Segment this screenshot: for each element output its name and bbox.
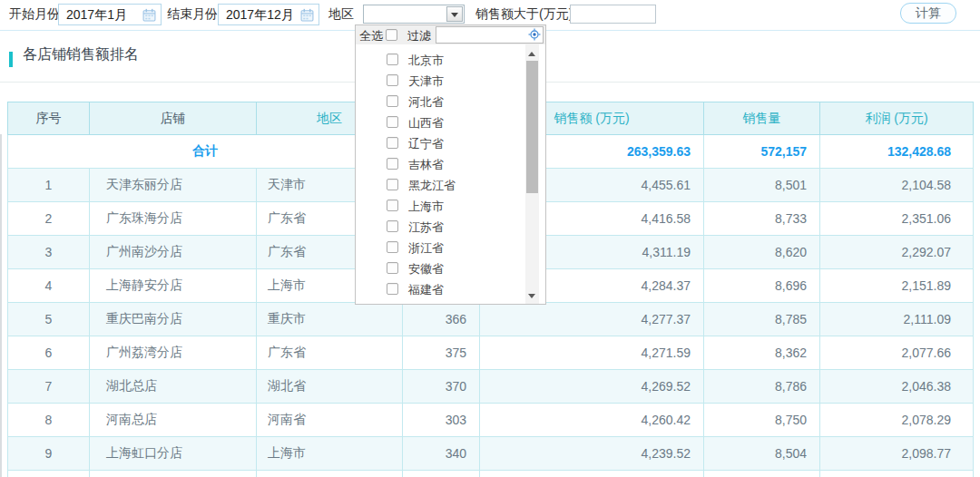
region-option-checkbox[interactable] xyxy=(387,158,398,170)
cell-store: 天津东丽分店 xyxy=(90,169,257,202)
cell-col4: 303 xyxy=(403,404,480,437)
region-option[interactable]: 上海市 xyxy=(356,196,524,217)
cell-store: 河南总店 xyxy=(90,404,257,437)
region-option[interactable]: 福建省 xyxy=(356,279,524,300)
cell-region: 湖北省 xyxy=(257,370,403,404)
end-month-input[interactable]: 2017年12月 xyxy=(218,4,319,25)
region-option-checkbox[interactable] xyxy=(387,200,398,211)
region-option-label: 北京市 xyxy=(408,50,444,71)
region-option-checkbox[interactable] xyxy=(387,283,398,295)
region-option-label: 江西省 xyxy=(408,300,444,305)
cell-store: 上海静安分店 xyxy=(90,269,257,303)
cell-store: 广州荔湾分店 xyxy=(90,336,257,370)
cell-no: 2 xyxy=(8,202,90,236)
scroll-up-icon[interactable] xyxy=(528,52,535,56)
title-accent-bar xyxy=(9,52,13,67)
cell-profit: 2,292.07 xyxy=(820,236,974,269)
scrollbar-thumb[interactable] xyxy=(526,61,538,193)
cell-region: 重庆市 xyxy=(257,303,403,336)
region-option[interactable]: 山西省 xyxy=(356,112,524,133)
region-dropdown-panel: 全选 过滤 北京市 天津市 河北省 山西省 辽宁省 吉林省 黑龙江省 上海市 江… xyxy=(355,24,546,305)
cell-store: 上海虹口分店 xyxy=(90,437,257,471)
chevron-down-icon[interactable] xyxy=(446,6,463,22)
region-option-label: 吉林省 xyxy=(408,154,444,175)
cell-store: 重庆巴南分店 xyxy=(90,303,257,336)
cell-col4: 370 xyxy=(403,370,480,404)
cell-profit: 2,098.77 xyxy=(820,437,974,471)
region-option[interactable]: 浙江省 xyxy=(356,238,524,258)
cell-qty: 8,733 xyxy=(704,202,820,236)
total-label: 合计 xyxy=(8,135,403,169)
region-option[interactable]: 辽宁省 xyxy=(356,133,524,154)
region-option-checkbox[interactable] xyxy=(387,304,398,305)
select-all-checkbox[interactable] xyxy=(386,29,397,41)
region-label: 地区 xyxy=(328,6,354,23)
region-option[interactable]: 江西省 xyxy=(356,300,524,305)
cell-qty: 8,362 xyxy=(704,336,820,370)
locate-target-icon[interactable] xyxy=(528,28,541,44)
cell-profit: 2,046.38 xyxy=(820,370,974,404)
cell-store: 广州南沙分店 xyxy=(90,236,257,269)
cell-region: 广东省 xyxy=(257,336,403,370)
cell-sales: 4,271.59 xyxy=(480,336,704,370)
table-row: 9 上海虹口分店 上海市 340 4,239.52 8,504 2,098.77 xyxy=(8,437,974,471)
cell-qty: 8,696 xyxy=(704,269,820,303)
region-option-checkbox[interactable] xyxy=(387,95,398,107)
region-option-label: 河北省 xyxy=(408,92,444,112)
cell-no: 3 xyxy=(8,236,90,269)
header-store: 店铺 xyxy=(90,102,257,135)
region-option[interactable]: 吉林省 xyxy=(356,154,524,175)
dropdown-filter-row: 全选 过滤 xyxy=(356,25,545,44)
header-qty: 销售量 xyxy=(704,102,820,135)
region-option[interactable]: 北京市 xyxy=(356,50,524,71)
sales-threshold-input[interactable] xyxy=(570,5,656,24)
region-option-checkbox[interactable] xyxy=(387,220,398,232)
end-month-value: 2017年12月 xyxy=(226,7,294,24)
cell-sales: 4,239.52 xyxy=(480,437,704,471)
cell-qty: 8,750 xyxy=(704,404,820,437)
cell-store: 湖北总店 xyxy=(90,370,257,404)
cell-no: 7 xyxy=(8,370,90,404)
region-option[interactable]: 安徽省 xyxy=(356,258,524,279)
left-edge-line xyxy=(0,134,2,477)
region-select[interactable] xyxy=(363,5,465,24)
region-option-checkbox[interactable] xyxy=(387,116,398,128)
cell-region xyxy=(257,471,403,477)
scroll-down-icon[interactable] xyxy=(528,294,535,298)
select-all-label: 全选 xyxy=(359,28,383,44)
header-profit: 利润 (万元) xyxy=(820,102,974,135)
cell-no: 8 xyxy=(8,404,90,437)
region-option-label: 辽宁省 xyxy=(408,133,444,154)
region-option-checkbox[interactable] xyxy=(387,179,398,190)
region-option-label: 浙江省 xyxy=(408,238,444,258)
page-title: 各店铺销售额排名 xyxy=(23,45,139,64)
cell-region: 上海市 xyxy=(257,437,403,471)
region-option[interactable]: 黑龙江省 xyxy=(356,175,524,196)
region-option[interactable]: 天津市 xyxy=(356,71,524,92)
region-option-checkbox[interactable] xyxy=(387,137,398,149)
calendar-icon[interactable] xyxy=(300,8,314,25)
dropdown-scrollbar[interactable] xyxy=(525,44,539,305)
cell-qty xyxy=(704,471,820,477)
region-option[interactable]: 河北省 xyxy=(356,92,524,112)
cell-region: 河南省 xyxy=(257,404,403,437)
start-month-input[interactable]: 2017年1月 xyxy=(58,4,162,25)
region-option-checkbox[interactable] xyxy=(387,74,398,86)
end-month-label: 结束月份 xyxy=(167,6,218,23)
cell-qty: 8,504 xyxy=(704,437,820,471)
cell-profit: 2,351.06 xyxy=(820,202,974,236)
cell-sales: 4,277.37 xyxy=(480,303,704,336)
region-option[interactable]: 江苏省 xyxy=(356,217,524,238)
cell-profit: 2,111.09 xyxy=(820,303,974,336)
calculate-button[interactable]: 计算 xyxy=(900,3,956,24)
region-option-checkbox[interactable] xyxy=(387,54,398,65)
region-option-checkbox[interactable] xyxy=(387,262,398,274)
cell-store xyxy=(90,471,257,477)
calendar-icon[interactable] xyxy=(142,8,156,25)
cell-col4: 340 xyxy=(403,437,480,471)
region-option-checkbox[interactable] xyxy=(387,241,398,253)
cell-col4: 375 xyxy=(403,336,480,370)
cell-col4: 366 xyxy=(403,303,480,336)
cell-qty: 8,620 xyxy=(704,236,820,269)
cell-profit: 2,077.66 xyxy=(820,336,974,370)
